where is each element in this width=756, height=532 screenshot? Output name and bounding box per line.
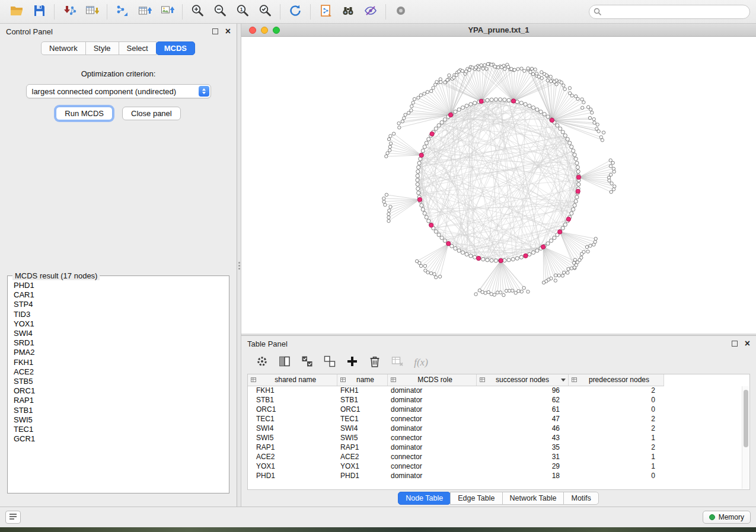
mcds-result-item[interactable]: ORC1 [14, 386, 229, 396]
zoom-out-button[interactable] [209, 2, 231, 21]
mcds-result-item[interactable]: YOX1 [14, 319, 229, 329]
table-cell: 47 [476, 414, 568, 424]
mcds-result-item[interactable]: TID3 [14, 310, 229, 319]
zoom-selected-button[interactable] [254, 2, 276, 21]
tab-node-table[interactable]: Node Table [398, 492, 451, 505]
binoculars-icon [341, 4, 355, 20]
table-row[interactable]: YOX1YOX1connector291 [248, 462, 664, 471]
mcds-result-item[interactable]: STB1 [14, 406, 229, 415]
sort-descending-icon [561, 379, 566, 382]
zoom-in-button[interactable] [187, 2, 208, 21]
float-table-panel-icon[interactable] [732, 341, 738, 347]
delete-column-button[interactable] [366, 354, 384, 371]
table-settings-button[interactable] [253, 354, 271, 371]
refresh-icon [288, 4, 302, 20]
control-panel-tabs: Network Style Select MCDS [0, 41, 237, 55]
show-columns-button[interactable] [276, 354, 294, 371]
tab-network[interactable]: Network [41, 41, 86, 55]
criterion-dropdown[interactable]: largest connected component (undirected) [26, 84, 211, 98]
import-table-button[interactable] [81, 2, 103, 21]
window-minimize-icon[interactable] [261, 27, 268, 34]
mcds-result-item[interactable]: ACE2 [14, 367, 229, 377]
status-menu-button[interactable] [5, 511, 21, 524]
table-row[interactable]: FKH1FKH1dominator962 [248, 386, 664, 395]
run-mcds-button[interactable]: Run MCDS [56, 107, 113, 120]
table-row[interactable]: ORC1ORC1dominator610 [248, 405, 664, 414]
save-icon [32, 4, 46, 20]
vertical-splitter[interactable] [237, 24, 241, 507]
visibility-off-button[interactable] [360, 2, 381, 21]
mcds-result-item[interactable]: RAP1 [14, 396, 229, 405]
search-objects-button[interactable] [337, 2, 359, 21]
open-file-button[interactable] [6, 2, 27, 21]
column-header-mcds-role[interactable]: MCDS role [387, 374, 476, 386]
tab-motifs[interactable]: Motifs [563, 492, 598, 505]
network-graph-svg[interactable] [241, 37, 756, 334]
close-panel-button[interactable]: Close panel [122, 107, 181, 120]
table-row[interactable]: STB1STB1dominator620 [248, 395, 664, 405]
share-document-icon [318, 4, 333, 20]
mcds-result-item[interactable]: CAR1 [14, 290, 229, 300]
window-zoom-icon[interactable] [273, 27, 280, 34]
column-header-successor-nodes[interactable]: successor nodes [476, 374, 568, 386]
tab-network-table[interactable]: Network Table [502, 492, 564, 505]
clear-table-button[interactable] [388, 354, 406, 371]
table-row[interactable]: PHD1PHD1dominator180 [248, 471, 664, 480]
eye-button[interactable] [390, 2, 412, 21]
network-window-titlebar[interactable]: YPA_prune.txt_1 [241, 24, 756, 37]
tab-style[interactable]: Style [85, 41, 119, 55]
mcds-result-item[interactable]: STB5 [14, 377, 229, 386]
mcds-result-item[interactable]: PHD1 [14, 281, 229, 290]
table-row[interactable]: ACE2ACE2connector311 [248, 452, 664, 462]
table-cell: ACE2 [337, 452, 387, 462]
mcds-result-item[interactable]: SWI4 [14, 329, 229, 338]
export-image-button[interactable] [157, 2, 178, 21]
tab-mcds[interactable]: MCDS [156, 41, 195, 55]
table-cell: 0 [568, 471, 664, 480]
table-row[interactable]: SWI4SWI4dominator462 [248, 424, 664, 433]
tab-select[interactable]: Select [119, 41, 157, 55]
unselect-all-button[interactable] [321, 354, 339, 371]
table-scrollbar[interactable] [742, 386, 749, 489]
refresh-button[interactable] [285, 2, 306, 21]
float-panel-icon[interactable] [212, 28, 218, 34]
mcds-result-list: PHD1CAR1STP4TID3YOX1SWI4SRD1PMA2FKH1ACE2… [8, 276, 229, 493]
mcds-result-item[interactable]: SWI5 [14, 415, 229, 425]
window-close-icon[interactable] [249, 27, 256, 34]
tab-edge-table[interactable]: Edge Table [450, 492, 502, 505]
select-all-button[interactable] [298, 354, 316, 371]
zoom-in-icon [190, 4, 205, 20]
import-network-button[interactable] [59, 2, 80, 21]
mcds-result-item[interactable]: PMA2 [14, 348, 229, 357]
mcds-result-item[interactable]: FKH1 [14, 358, 229, 367]
search-input[interactable] [589, 5, 750, 19]
share-document-button[interactable] [315, 2, 336, 21]
mcds-result-item[interactable]: GCR1 [14, 434, 229, 444]
function-builder-button[interactable]: f(x) [411, 354, 429, 371]
table-row[interactable]: SWI5SWI5connector431 [248, 433, 664, 443]
table-row[interactable]: TEC1TEC1connector472 [248, 414, 664, 424]
table-cell: 46 [476, 424, 568, 433]
save-session-button[interactable] [28, 2, 50, 21]
table-cell: connector [387, 462, 476, 471]
mcds-result-item[interactable]: STP4 [14, 300, 229, 309]
table-cell: dominator [387, 424, 476, 433]
mcds-result-item[interactable]: SRD1 [14, 338, 229, 348]
add-column-button[interactable] [343, 354, 361, 371]
network-canvas[interactable] [241, 37, 756, 334]
memory-button[interactable]: Memory [703, 511, 751, 524]
table-scrollbar-thumb[interactable] [744, 390, 748, 447]
mcds-result-item[interactable]: TEC1 [14, 425, 229, 434]
table-cell: ACE2 [248, 452, 337, 462]
export-network-icon [115, 4, 129, 20]
zoom-fit-button[interactable]: 1 [232, 2, 253, 21]
table-row[interactable]: RAP1RAP1dominator352 [248, 443, 664, 452]
column-header-predecessor-nodes[interactable]: predecessor nodes [568, 374, 664, 386]
close-table-panel-icon[interactable]: × [745, 339, 750, 348]
export-network-button[interactable] [111, 2, 133, 21]
column-header-name[interactable]: name [337, 374, 387, 386]
export-table-button[interactable] [134, 2, 155, 21]
column-header-shared-name[interactable]: shared name [248, 374, 337, 386]
close-panel-icon[interactable]: × [225, 27, 231, 36]
search-icon [594, 8, 602, 18]
